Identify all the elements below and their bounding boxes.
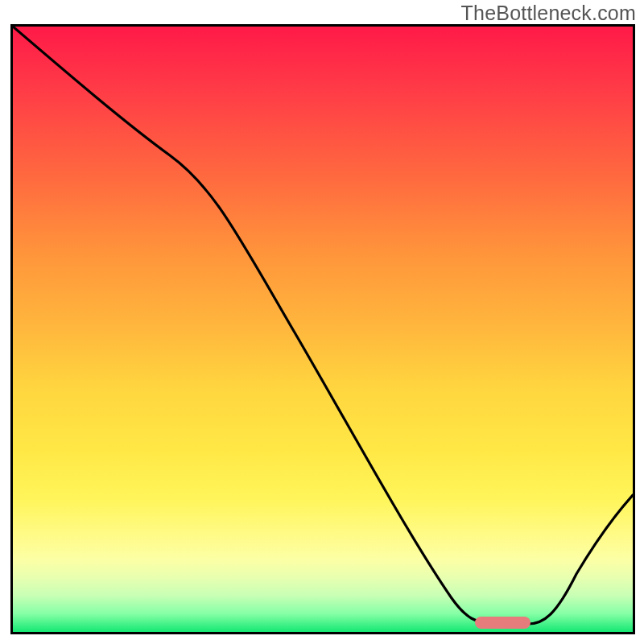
chart-root: TheBottleneck.com	[0, 0, 644, 644]
curve-path	[13, 27, 633, 624]
bottleneck-curve	[13, 27, 633, 632]
plot-area	[10, 24, 635, 634]
watermark-text: TheBottleneck.com	[461, 2, 636, 25]
optimal-range-marker	[475, 617, 530, 629]
